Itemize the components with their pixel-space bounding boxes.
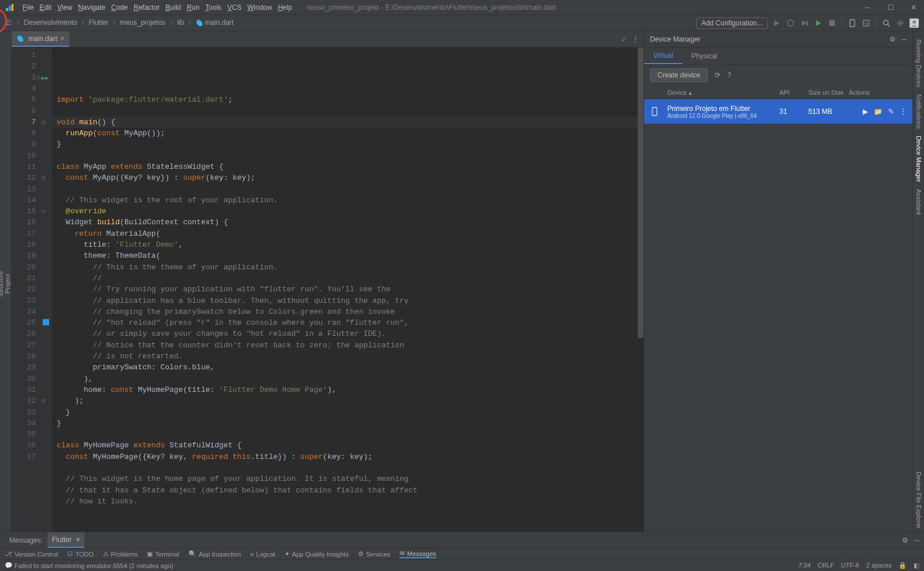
- flutter-tab[interactable]: Flutter ×: [47, 532, 84, 548]
- status-msg-icon: 💬: [5, 562, 13, 569]
- settings-icon[interactable]: [895, 18, 905, 28]
- notifications-button[interactable]: Notifications: [915, 91, 922, 132]
- running-devices-button[interactable]: Running Devices: [915, 36, 922, 91]
- minimize-icon[interactable]: ─: [862, 3, 873, 12]
- device-manager-header: Device Manager ⚙ ─: [644, 31, 912, 47]
- tool-app-inspection[interactable]: 🔍App Inspection: [189, 550, 241, 558]
- sdk-icon[interactable]: [861, 18, 871, 28]
- tool-problems[interactable]: ⚠Problems: [103, 550, 138, 558]
- device-name: Primeiro Projeto em Flutter Android 12.0…: [664, 105, 779, 119]
- bp-settings-icon[interactable]: ⚙: [902, 536, 908, 544]
- status-readonly-icon[interactable]: 🔒: [899, 562, 907, 569]
- breadcrumb-item[interactable]: main.dart: [194, 18, 235, 27]
- device-icon[interactable]: [847, 18, 858, 28]
- search-icon[interactable]: [881, 18, 892, 28]
- edit-icon[interactable]: ✎: [888, 107, 894, 116]
- more-icon[interactable]: ⋮: [900, 107, 907, 116]
- maximize-icon[interactable]: ☐: [885, 3, 896, 12]
- file-explorer-button[interactable]: Device File Explorer: [915, 468, 922, 532]
- menu-vcs[interactable]: VCS: [224, 3, 245, 12]
- device-api: 31: [779, 107, 808, 116]
- code-area[interactable]: import 'package:flutter/material.dart'; …: [52, 47, 644, 532]
- run-icon[interactable]: [771, 18, 782, 28]
- breadcrumb-item[interactable]: Desenvolvimento: [23, 18, 78, 27]
- svg-rect-8: [829, 20, 835, 26]
- device-manager-title: Device Manager: [650, 35, 700, 43]
- col-size[interactable]: Size on Disk: [808, 89, 849, 96]
- tool-version-control[interactable]: ⎇Version Control: [5, 550, 58, 558]
- analysis-ok-icon[interactable]: ✓: [620, 35, 627, 44]
- create-device-button[interactable]: Create device: [650, 68, 708, 82]
- project-panel-button[interactable]: Project: [4, 270, 11, 297]
- titlebar: FileEditViewNavigateCodeRefactorBuildRun…: [0, 0, 924, 15]
- editor-body[interactable]: 1234567891011121314151617181920212223242…: [12, 47, 644, 532]
- menu-help[interactable]: Help: [275, 3, 295, 12]
- editor-more-icon[interactable]: ⋮: [632, 35, 639, 43]
- status-indent[interactable]: 2 spaces: [866, 562, 892, 569]
- menu-edit[interactable]: Edit: [36, 3, 54, 12]
- tool-app-quality-insights[interactable]: ✦App Quality Insights: [284, 550, 349, 558]
- tool-services[interactable]: ⚙Services: [358, 550, 390, 558]
- menu-tools[interactable]: Tools: [202, 3, 224, 12]
- device-manager-button[interactable]: Device Manager: [915, 132, 922, 186]
- svg-rect-0: [6, 8, 8, 11]
- refresh-icon[interactable]: ⟳: [715, 71, 720, 79]
- coverage-icon[interactable]: [799, 18, 810, 28]
- main-layout: Project Structure Bookmarks main.dart × …: [0, 31, 924, 532]
- breadcrumb-item[interactable]: lib: [176, 18, 185, 27]
- col-actions: Actions: [849, 89, 907, 96]
- status-encoding[interactable]: UTF-8: [841, 562, 859, 569]
- dm-settings-icon[interactable]: ⚙: [889, 35, 896, 43]
- breadcrumb-item[interactable]: Flutter: [87, 18, 109, 27]
- close-tab-icon[interactable]: ×: [60, 34, 65, 43]
- editor-tab-main[interactable]: main.dart ×: [12, 31, 69, 47]
- status-message: Failed to start monitoring emulator-5554…: [14, 562, 173, 569]
- menu-view[interactable]: View: [54, 3, 75, 12]
- launch-icon[interactable]: ▶: [863, 107, 868, 116]
- structure-panel-button[interactable]: Structure: [0, 268, 4, 301]
- status-line-ending[interactable]: CRLF: [818, 562, 834, 569]
- messages-tab[interactable]: Messages:: [5, 532, 47, 548]
- bottom-toolbar: ⎇Version Control☑TODO⚠Problems▣Terminal🔍…: [0, 548, 924, 559]
- folder-icon[interactable]: 📁: [874, 107, 882, 116]
- menu-window[interactable]: Window: [245, 3, 275, 12]
- stop-icon[interactable]: [827, 18, 837, 28]
- svg-rect-9: [850, 20, 855, 27]
- menu-build[interactable]: Build: [162, 3, 184, 12]
- tool-todo[interactable]: ☑TODO: [67, 550, 94, 558]
- assistant-button[interactable]: Assistant: [915, 186, 922, 218]
- toolbar-actions: Add Configuration...: [696, 17, 919, 29]
- breadcrumb-item[interactable]: meus_projetos: [119, 18, 167, 27]
- svg-line-5: [786, 20, 788, 21]
- col-api[interactable]: API: [779, 89, 808, 96]
- bp-hide-icon[interactable]: ─: [914, 536, 919, 544]
- menu-refactor[interactable]: Refactor: [131, 3, 162, 12]
- status-ide-icon[interactable]: ◧: [914, 562, 919, 569]
- menu-run[interactable]: Run: [184, 3, 202, 12]
- tool-terminal[interactable]: ▣Terminal: [147, 550, 179, 558]
- col-device[interactable]: Device ▴: [650, 89, 779, 97]
- left-tool-strip: Project Structure Bookmarks: [0, 31, 12, 532]
- breadcrumb-item[interactable]: E:: [5, 18, 13, 27]
- device-table-header: Device ▴ API Size on Disk Actions: [644, 86, 912, 99]
- close-icon[interactable]: ✕: [908, 3, 919, 12]
- editor-tabs: main.dart × ✓ ⋮: [12, 31, 644, 47]
- dm-minimize-icon[interactable]: ─: [901, 35, 907, 43]
- tool-logcat[interactable]: ≡Logcat: [250, 551, 275, 558]
- menu-code[interactable]: Code: [108, 3, 131, 12]
- menu-file[interactable]: File: [20, 3, 36, 12]
- tool-messages[interactable]: ✉Messages: [400, 550, 436, 558]
- profile-icon[interactable]: [813, 18, 823, 28]
- help-icon[interactable]: ?: [727, 71, 731, 79]
- menu-navigate[interactable]: Navigate: [75, 3, 108, 12]
- device-row[interactable]: Primeiro Projeto em Flutter Android 12.0…: [644, 99, 912, 124]
- fold-gutter: ▶▶⊟⊟⊟⊟⊟: [40, 47, 52, 532]
- add-configuration-button[interactable]: Add Configuration...: [696, 17, 768, 29]
- avatar-icon[interactable]: [909, 18, 919, 28]
- debug-icon[interactable]: [785, 18, 796, 28]
- tab-physical[interactable]: Physical: [682, 47, 727, 64]
- tab-virtual[interactable]: Virtual: [644, 47, 682, 64]
- svg-line-6: [793, 20, 794, 21]
- app-logo-icon: [5, 3, 14, 12]
- navigation-toolbar: E:›Desenvolvimento›Flutter›meus_projetos…: [0, 15, 924, 31]
